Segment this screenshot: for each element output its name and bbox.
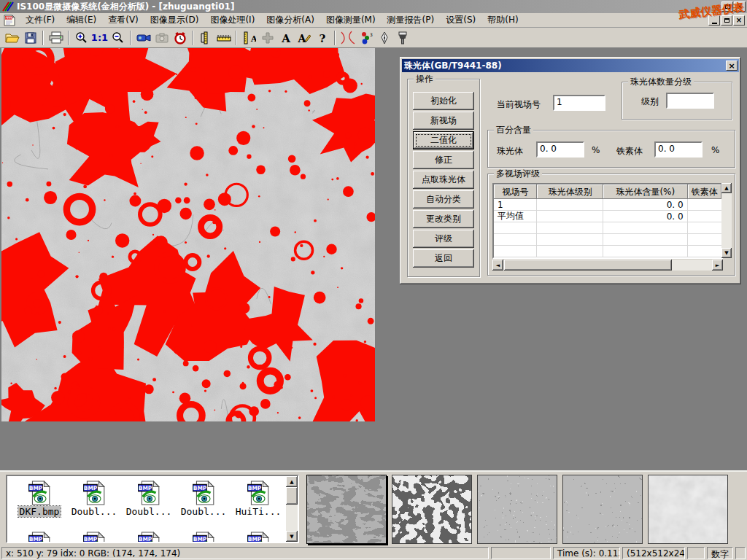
restore-icon xyxy=(724,18,729,23)
bmp-file-icon xyxy=(82,532,107,543)
dialog-title-bar[interactable]: 珠光体(GB/T9441-88) × xyxy=(402,59,739,72)
file-item[interactable] xyxy=(232,532,285,543)
rating-group: 多视场评级 视场号 珠光体级别 珠光体含量(%) 铁素体 1 0. 0 xyxy=(487,174,735,276)
text-button[interactable]: A xyxy=(276,29,295,47)
new-field-button[interactable]: 新视场 xyxy=(413,112,474,130)
table-row[interactable]: 1 0. 0 xyxy=(494,199,721,211)
zoom-in-button[interactable] xyxy=(72,29,90,47)
scroll-down-button[interactable]: ▼ xyxy=(286,531,298,542)
current-field-label: 当前视场号 xyxy=(497,98,541,111)
restore-window-button[interactable] xyxy=(721,1,733,12)
thumbnail-image-5[interactable] xyxy=(648,475,728,544)
brush-button[interactable] xyxy=(393,29,411,47)
menu-item-image-display[interactable]: 图像显示(D) xyxy=(145,12,204,28)
return-button[interactable]: 返回 xyxy=(413,249,474,268)
menu-item-image-analysis[interactable]: 图像分析(A) xyxy=(261,12,320,28)
file-item[interactable]: HuiTi... xyxy=(232,481,285,517)
table-horizontal-scrollbar[interactable]: ◄ ► xyxy=(492,260,723,271)
binarize-button[interactable]: 二值化 xyxy=(413,131,474,149)
cell xyxy=(688,211,721,222)
file-item[interactable] xyxy=(123,532,175,543)
zoom-out-icon xyxy=(112,31,124,44)
menu-item-image-measure[interactable]: 图像测量(M) xyxy=(321,12,381,28)
file-item[interactable]: DKF.bmp xyxy=(13,481,66,517)
ferrite-input[interactable]: 0. 0 xyxy=(654,141,703,158)
mdi-close-button[interactable]: × xyxy=(733,15,745,26)
file-item[interactable] xyxy=(68,532,120,543)
table-row-empty xyxy=(494,234,721,246)
cell xyxy=(688,199,721,211)
table-vertical-scrollbar[interactable]: ▲ ▼ xyxy=(721,183,732,258)
open-button[interactable] xyxy=(3,29,21,47)
edit-text-button[interactable]: A xyxy=(295,29,313,47)
toolbar-separator xyxy=(68,31,69,45)
ruler-button[interactable] xyxy=(214,29,233,47)
measure-label-button[interactable]: A xyxy=(240,29,258,47)
col-ferrite[interactable]: 铁素体 xyxy=(688,184,721,199)
curve-measure-button[interactable] xyxy=(338,29,357,47)
scroll-up-button[interactable]: ▲ xyxy=(721,183,732,193)
auto-classify-button[interactable]: 自动分类 xyxy=(413,190,474,209)
print-button[interactable] xyxy=(47,29,65,47)
table-row[interactable]: 平均值 0. 0 xyxy=(494,211,721,222)
actual-size-button[interactable]: 1:1 xyxy=(90,29,109,47)
pearlite-input[interactable]: 0. 0 xyxy=(536,141,584,158)
scroll-right-button[interactable]: ► xyxy=(712,260,723,271)
mdi-minimize-button[interactable] xyxy=(708,15,720,26)
phase-classify-button[interactable]: 3 xyxy=(357,29,375,47)
thumbnail-image-4[interactable] xyxy=(562,475,643,544)
grade-button[interactable]: 评级 xyxy=(413,230,474,248)
scroll-left-button[interactable]: ◄ xyxy=(492,260,503,271)
camera-button[interactable] xyxy=(152,29,171,47)
thumbnail-image-2[interactable] xyxy=(392,475,472,544)
save-button[interactable] xyxy=(21,29,39,47)
thumbnail-image-3[interactable] xyxy=(477,475,557,544)
pick-pearlite-button[interactable]: 点取珠光体 xyxy=(413,171,474,189)
move-cross-button[interactable] xyxy=(258,29,276,47)
caliper-button[interactable] xyxy=(196,29,214,47)
file-item[interactable]: Doubl... xyxy=(123,481,175,517)
video-capture-button[interactable] xyxy=(134,29,152,47)
file-item[interactable] xyxy=(13,532,66,543)
menu-item-measure-report[interactable]: 测量报告(P) xyxy=(382,12,440,28)
phase-classify-icon: 3 xyxy=(360,31,373,44)
menu-item-view[interactable]: 查看(V) xyxy=(103,12,144,28)
thumbnail-image-1[interactable] xyxy=(306,475,387,544)
pen-button[interactable] xyxy=(375,29,393,47)
bmp-file-icon xyxy=(136,481,161,505)
scroll-down-button[interactable]: ▼ xyxy=(721,248,732,258)
file-item[interactable] xyxy=(177,532,230,543)
menu-item-file[interactable]: 文件(F) xyxy=(20,12,60,28)
edit-text-icon: A xyxy=(298,32,311,44)
mdi-window-controls: × xyxy=(708,15,745,26)
scrollbar-thumb[interactable] xyxy=(286,487,298,505)
col-pearlite-grade[interactable]: 珠光体级别 xyxy=(537,184,603,199)
correct-button[interactable]: 修正 xyxy=(413,151,474,169)
col-pearlite-content[interactable]: 珠光体含量(%) xyxy=(603,184,688,199)
col-field-number[interactable]: 视场号 xyxy=(494,184,537,199)
scroll-up-button[interactable]: ▲ xyxy=(286,476,298,487)
grade-input[interactable] xyxy=(666,93,714,109)
empty-panel xyxy=(687,547,705,559)
current-field-input[interactable]: 1 xyxy=(553,95,605,111)
file-list-scrollbar[interactable]: ▲ ▼ xyxy=(286,476,298,542)
cell xyxy=(537,199,603,211)
timer-button[interactable] xyxy=(171,29,189,47)
change-class-button[interactable]: 更改类别 xyxy=(413,210,474,228)
menu-item-image-processing[interactable]: 图像处理(I) xyxy=(205,12,260,28)
close-window-button[interactable]: × xyxy=(734,1,746,12)
micrograph-image[interactable] xyxy=(1,48,375,421)
file-name: DKF.bmp xyxy=(18,506,61,517)
menu-item-settings[interactable]: 设置(S) xyxy=(441,12,481,28)
file-item[interactable]: Doubl... xyxy=(68,481,120,517)
init-button[interactable]: 初始化 xyxy=(413,92,474,110)
help-button[interactable]: ? xyxy=(313,29,331,47)
dialog-close-button[interactable]: × xyxy=(726,61,738,71)
file-item[interactable]: Doubl... xyxy=(177,481,230,517)
file-list[interactable]: DKF.bmp Doubl... Doubl... Doubl... HuiTi… xyxy=(6,475,299,543)
scrollbar-thumb[interactable] xyxy=(504,260,672,271)
zoom-out-button[interactable] xyxy=(109,29,127,47)
menu-item-edit[interactable]: 编辑(E) xyxy=(61,12,101,28)
menu-item-help[interactable]: 帮助(H) xyxy=(482,12,523,28)
mdi-restore-button[interactable] xyxy=(721,15,732,26)
